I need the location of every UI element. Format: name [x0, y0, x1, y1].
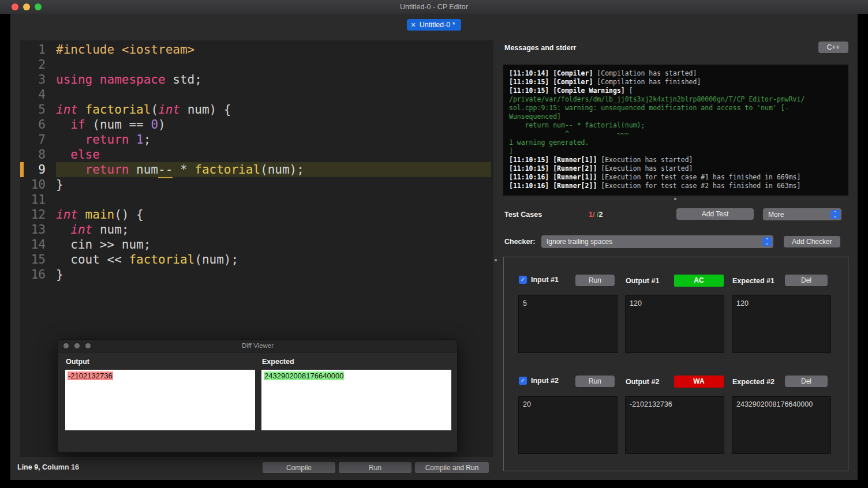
line-number: 5: [20, 102, 46, 117]
code-line-5[interactable]: 5int factorial(int num) {: [20, 102, 493, 117]
language-button[interactable]: C++: [818, 42, 848, 53]
window-titlebar: Untitled-0 - CP Editor: [0, 0, 868, 14]
delete-testcase-2-button[interactable]: Del: [785, 376, 828, 387]
console-log-line: ]: [509, 147, 843, 156]
add-checker-button[interactable]: Add Checker: [784, 236, 840, 247]
code-line-11[interactable]: 11: [20, 192, 493, 207]
code-line-15[interactable]: 15 cout << factorial(num);: [20, 252, 493, 267]
code-line-8[interactable]: 8 else: [20, 147, 493, 162]
code-line-16[interactable]: 16}: [20, 267, 493, 282]
verdict-badge-2: WA: [674, 376, 724, 388]
expected-1-textarea[interactable]: 120: [732, 295, 831, 353]
messages-panel-title: Messages and stderr: [504, 44, 576, 52]
line-number: 11: [20, 192, 46, 207]
diff-viewer-title: Diff Viewer: [58, 340, 457, 352]
line-number: 2: [20, 57, 46, 72]
line-number: 4: [20, 87, 46, 102]
code-line-text: }: [56, 177, 493, 192]
code-line-text: #include <iostream>: [56, 42, 493, 57]
line-number: 16: [20, 267, 46, 282]
console-log-line: [11:10:15] [Compiler] [Compilation has f…: [509, 78, 843, 87]
compile-button[interactable]: Compile: [263, 462, 335, 473]
code-line-10[interactable]: 10}: [20, 177, 493, 192]
code-line-text: [56, 87, 493, 102]
code-line-7[interactable]: 7 return 1;: [20, 132, 493, 147]
splitter-handle-icon[interactable]: [674, 198, 676, 200]
expected-2-textarea[interactable]: 2432902008176640000: [732, 396, 831, 454]
output-1-textarea[interactable]: 120: [625, 295, 724, 353]
test-case-2-header: ✓ Input #2 Run Output #2 WA Expected #2 …: [504, 376, 848, 388]
diff-viewer-titlebar: Diff Viewer: [58, 340, 457, 352]
diff-expected-value: 2432902008176640000: [264, 371, 344, 380]
console-log-line: sol.cpp:9:15: warning: unsequenced modif…: [509, 104, 843, 112]
code-line-text: int num;: [56, 222, 493, 237]
output-2-textarea[interactable]: -2102132736: [625, 396, 724, 454]
cursor-position-status: Line 9, Column 16: [17, 463, 79, 471]
code-line-text: else: [56, 147, 493, 162]
code-line-text: int main() {: [56, 207, 493, 222]
console-log-line: 1 warning generated.: [509, 138, 843, 147]
code-line-text: cout << factorial(num);: [56, 252, 493, 267]
line-number: 6: [20, 117, 46, 132]
output-2-label: Output #2: [626, 378, 659, 386]
testcase-2-checkbox[interactable]: ✓: [519, 377, 527, 385]
checker-label: Checker:: [504, 238, 536, 246]
input-1-textarea[interactable]: 5: [518, 295, 618, 353]
code-line-9[interactable]: 9 return num-- * factorial(num);: [20, 162, 493, 177]
diff-expected-label: Expected: [262, 358, 294, 366]
chevron-updown-icon: ⌃ ⌄: [762, 237, 772, 246]
verdict-badge-1: AC: [674, 275, 724, 287]
line-number: 12: [20, 207, 46, 222]
more-dropdown[interactable]: More ⌃ ⌄: [763, 208, 841, 220]
add-test-button[interactable]: Add Test: [676, 208, 754, 220]
run-testcase-1-button[interactable]: Run: [575, 275, 615, 286]
code-line-text: int factorial(int num) {: [56, 102, 493, 117]
code-line-3[interactable]: 3using namespace std;: [20, 72, 493, 87]
output-1-label: Output #1: [626, 277, 659, 285]
diff-expected-pane: 2432902008176640000: [261, 370, 451, 430]
line-number: 10: [20, 177, 46, 192]
code-line-1[interactable]: 1#include <iostream>: [20, 42, 493, 57]
diff-output-value: -2102132736: [68, 371, 113, 380]
console-log-line: Wunsequenced]: [509, 112, 843, 121]
code-line-text: return num-- * factorial(num);: [56, 162, 491, 177]
chevron-updown-icon: ⌃ ⌄: [830, 210, 840, 219]
diff-output-pane: -2102132736: [65, 370, 255, 430]
code-line-text: using namespace std;: [56, 72, 493, 87]
code-line-14[interactable]: 14 cin >> num;: [20, 237, 493, 252]
line-number: 3: [20, 72, 46, 87]
console-log-line: [11:10:15] [Runner[1]] [Execution has st…: [509, 156, 843, 164]
splitter-handle-icon[interactable]: [495, 259, 497, 261]
line-number: 14: [20, 237, 46, 252]
testcase-1-checkbox[interactable]: ✓: [519, 276, 527, 284]
more-dropdown-label: More: [768, 211, 784, 219]
expected-2-label: Expected #2: [732, 378, 775, 386]
run-testcase-2-button[interactable]: Run: [575, 376, 615, 387]
console-log-line: return num-- * factorial(num);: [509, 121, 843, 130]
code-line-6[interactable]: 6 if (num == 0): [20, 117, 493, 132]
run-button[interactable]: Run: [339, 462, 411, 473]
compiler-messages-console[interactable]: [11:10:14] [Compiler] [Compilation has s…: [503, 65, 848, 196]
console-log-line: [11:10:15] [Compile Warnings] [: [509, 87, 843, 95]
tab-close-icon[interactable]: ✕: [410, 21, 416, 29]
code-line-13[interactable]: 13 int num;: [20, 222, 493, 237]
checker-dropdown-value: Ignore trailing spaces: [547, 238, 612, 246]
console-log-line: /private/var/folders/dm/lb_jj0ts3xj2k4xt…: [509, 95, 843, 104]
input-2-textarea[interactable]: 20: [518, 396, 618, 454]
code-line-2[interactable]: 2: [20, 57, 493, 72]
code-line-12[interactable]: 12int main() {: [20, 207, 493, 222]
line-number: 1: [20, 42, 46, 57]
code-line-text: return 1;: [56, 132, 493, 147]
tab-untitled-0[interactable]: ✕ Untitled-0 *: [407, 19, 461, 31]
chevron-down-icon: ⌄: [833, 215, 837, 217]
delete-testcase-1-button[interactable]: Del: [785, 275, 828, 286]
test-case-1-header: ✓ Input #1 Run Output #1 AC Expected #1 …: [504, 275, 848, 287]
code-line-4[interactable]: 4: [20, 87, 493, 102]
diff-viewer-window[interactable]: Diff Viewer Output Expected -2102132736 …: [58, 339, 458, 453]
compile-and-run-button[interactable]: Compile and Run: [415, 462, 489, 473]
console-log-line: ^ ~~~: [509, 130, 843, 138]
console-log-line: [11:10:15] [Runner[2]] [Execution has st…: [509, 164, 843, 173]
code-line-text: if (num == 0): [56, 117, 493, 132]
checker-dropdown[interactable]: Ignore trailing spaces ⌃ ⌄: [541, 235, 773, 248]
app-window: ✕ Untitled-0 * 1#include <iostream>23usi…: [10, 14, 858, 480]
